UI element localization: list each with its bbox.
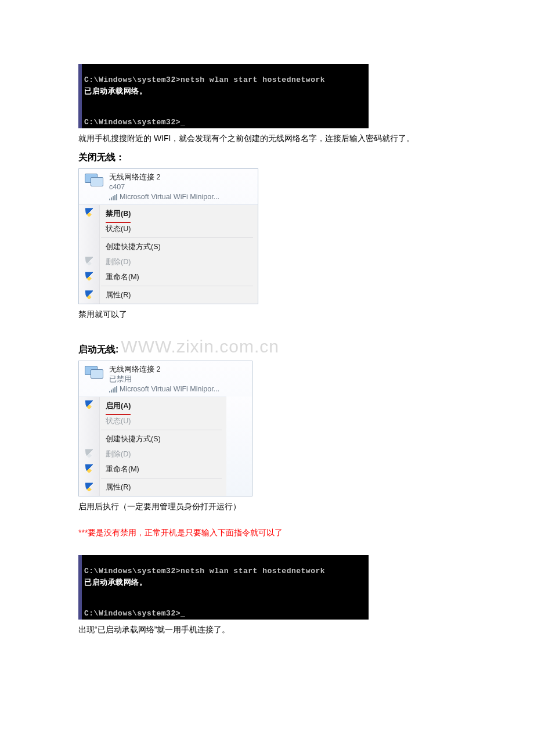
caption-after-term1: 就用手机搜搜附近的 WIFI，就会发现有个之前创建的无线网络名字，连接后输入密码… <box>78 131 456 146</box>
cmd-terminal-2: C:\Windows\system32>netsh wlan start hos… <box>78 555 369 620</box>
adapter-title: 无线网络连接 2 <box>109 172 253 182</box>
menu-item-enable[interactable]: 启用(A) <box>100 398 226 413</box>
heading-close-wireless: 关闭无线： <box>78 152 456 164</box>
context-menu: 启用(A) 状态(U) 创建快捷方式(S) 删除(D) 重命名(M) 属性(R) <box>79 397 226 496</box>
context-menu: 禁用(B) 状态(U) 创建快捷方式(S) 删除(D) 重命名(M) 属性(R) <box>79 204 258 304</box>
shield-icon <box>85 290 93 299</box>
menu-item-status[interactable]: 状态(U) <box>100 413 226 429</box>
computer-icon <box>84 365 104 382</box>
menu-item-rename[interactable]: 重命名(M) <box>100 269 258 285</box>
signal-icon <box>109 386 117 393</box>
menu-item-rename[interactable]: 重命名(M) <box>100 462 226 477</box>
cmd-output: 已启动承载网络。 <box>82 86 369 98</box>
signal-icon <box>109 194 117 200</box>
shield-icon <box>85 208 93 217</box>
watermark-text: WWW.zixin.com.cn <box>121 338 279 355</box>
cmd-line: C:\Windows\system32>netsh wlan start hos… <box>82 74 369 86</box>
network-adapter-card-1: 无线网络连接 2 c407 Microsoft Virtual WiFi Min… <box>78 168 258 304</box>
menu-item-delete[interactable]: 删除(D) <box>100 254 258 269</box>
cmd-output: 已启动承载网络。 <box>82 577 369 589</box>
shield-icon <box>85 464 93 473</box>
caption-after-close: 禁用就可以了 <box>78 307 456 322</box>
cmd-prompt: C:\Windows\system32>_ <box>82 117 369 128</box>
menu-item-status[interactable]: 状态(U) <box>100 221 258 236</box>
cmd-terminal-1: C:\Windows\system32>netsh wlan start hos… <box>78 64 369 128</box>
shield-icon <box>85 400 93 409</box>
cmd-prompt: C:\Windows\system32>_ <box>82 608 369 620</box>
adapter-desc: Microsoft Virtual WiFi Minipor... <box>120 192 219 202</box>
menu-item-delete[interactable]: 删除(D) <box>100 447 226 462</box>
adapter-desc: Microsoft Virtual WiFi Minipor... <box>120 384 219 394</box>
caption-after-term2: 出现“已启动承载网络”就一用手机连接了。 <box>78 622 456 638</box>
heading-start-wireless: 启动无线: <box>78 344 118 356</box>
network-adapter-card-2: 无线网络连接 2 已禁用 Microsoft Virtual WiFi Mini… <box>78 361 252 496</box>
menu-item-disable[interactable]: 禁用(B) <box>100 206 258 221</box>
menu-item-shortcut[interactable]: 创建快捷方式(S) <box>100 431 226 447</box>
cmd-line: C:\Windows\system32>netsh wlan start hos… <box>82 566 369 577</box>
adapter-ssid: c407 <box>109 182 253 192</box>
shield-icon <box>85 257 93 265</box>
shield-icon <box>85 272 93 280</box>
menu-item-properties[interactable]: 属性(R) <box>100 287 258 303</box>
shield-icon <box>85 449 93 458</box>
computer-icon <box>84 172 104 190</box>
adapter-title: 无线网络连接 2 <box>109 365 247 375</box>
menu-item-properties[interactable]: 属性(R) <box>100 480 226 495</box>
menu-item-shortcut[interactable]: 创建快捷方式(S) <box>100 239 258 254</box>
shield-icon <box>85 483 93 491</box>
caption-red-note: ***要是没有禁用，正常开机是只要输入下面指令就可以了 <box>78 525 456 541</box>
adapter-status: 已禁用 <box>109 375 247 384</box>
caption-after-start: 启用后执行（一定要用管理员身份打开运行） <box>78 499 456 514</box>
